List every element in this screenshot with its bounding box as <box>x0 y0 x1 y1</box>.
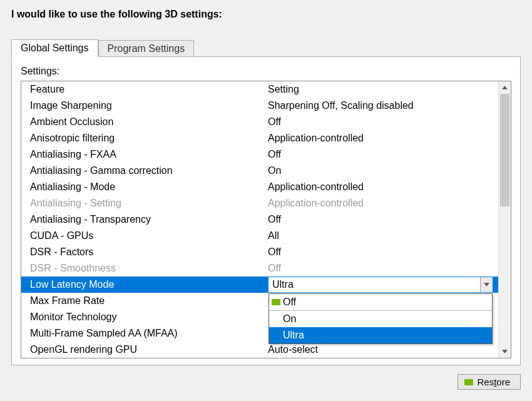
table-row[interactable]: Antialiasing - FXAAOff <box>21 146 498 163</box>
setting-cell: Application-controlled <box>268 130 493 146</box>
restore-button-label: Restore <box>477 377 510 387</box>
setting-dropdown-value: Ultra <box>269 277 480 292</box>
feature-cell: Antialiasing - Gamma correction <box>30 163 268 179</box>
settings-panel: Global Settings Program Settings Setting… <box>11 39 521 365</box>
tab-global-settings[interactable]: Global Settings <box>11 39 98 57</box>
feature-cell: Image Sharpening <box>30 98 268 114</box>
dropdown-option[interactable]: Off <box>269 294 492 311</box>
tab-strip: Global Settings Program Settings <box>11 39 521 56</box>
setting-cell: Off <box>268 146 493 163</box>
footer: Restore <box>0 365 532 390</box>
scrollbar[interactable] <box>498 81 511 358</box>
dropdown-option-label: Off <box>283 297 296 307</box>
feature-cell: Antialiasing - Mode <box>30 179 268 195</box>
feature-cell: OpenGL rendering GPU <box>30 342 268 358</box>
setting-cell: Off <box>268 114 493 130</box>
dropdown-toggle[interactable] <box>480 277 493 292</box>
setting-cell: Off <box>268 260 493 277</box>
column-header-setting[interactable]: Setting <box>268 81 493 98</box>
feature-cell: Antialiasing - FXAA <box>30 146 268 163</box>
feature-cell: CUDA - GPUs <box>30 228 268 244</box>
table-row[interactable]: Antialiasing - SettingApplication-contro… <box>21 195 498 211</box>
setting-cell: All <box>268 228 493 244</box>
dropdown-option-label: On <box>283 313 296 324</box>
feature-cell: Antialiasing - Transparency <box>30 211 268 228</box>
setting-cell: Off <box>268 244 493 260</box>
chevron-down-icon <box>484 283 489 287</box>
restore-button[interactable]: Restore <box>458 374 521 390</box>
feature-cell: Max Frame Rate <box>30 293 268 309</box>
setting-cell: Application-controlled <box>268 195 493 211</box>
table-row[interactable]: Antialiasing - ModeApplication-controlle… <box>21 179 498 195</box>
settings-table-area[interactable]: Feature Setting Image SharpeningSharpeni… <box>21 81 498 358</box>
setting-dropdown[interactable]: UltraOffOnUltra <box>268 277 493 293</box>
table-row[interactable]: Antialiasing - Gamma correctionOn <box>21 163 498 179</box>
chevron-up-icon <box>502 86 508 89</box>
chevron-down-icon <box>502 350 508 353</box>
table-row[interactable]: Anisotropic filteringApplication-control… <box>21 130 498 146</box>
scroll-thumb[interactable] <box>500 94 509 206</box>
scroll-down-button[interactable] <box>499 345 511 358</box>
tab-body: Settings: Feature Setting Image Sharpeni… <box>11 56 521 365</box>
setting-cell: On <box>268 163 493 179</box>
table-row[interactable]: Image SharpeningSharpening Off, Scaling … <box>21 98 498 114</box>
dropdown-option[interactable]: Ultra <box>269 327 492 343</box>
tab-program-settings[interactable]: Program Settings <box>98 40 195 57</box>
setting-cell: Application-controlled <box>268 179 493 195</box>
scroll-up-button[interactable] <box>499 81 511 94</box>
feature-cell: Ambient Occlusion <box>30 114 268 130</box>
feature-cell: Antialiasing - Setting <box>30 195 268 211</box>
table-header: Feature Setting <box>21 81 498 98</box>
dropdown-option[interactable]: On <box>269 311 492 327</box>
settings-label: Settings: <box>21 66 511 77</box>
column-header-feature[interactable]: Feature <box>30 81 268 98</box>
setting-cell[interactable]: UltraOffOnUltra <box>268 277 493 293</box>
setting-cell: Sharpening Off, Scaling disabled <box>268 98 493 114</box>
nvidia-icon <box>464 379 473 385</box>
feature-cell: Anisotropic filtering <box>30 130 268 146</box>
feature-cell: Low Latency Mode <box>30 277 268 293</box>
table-row[interactable]: DSR - SmoothnessOff <box>21 260 498 277</box>
table-row[interactable]: CUDA - GPUsAll <box>21 228 498 244</box>
table-row[interactable]: DSR - FactorsOff <box>21 244 498 260</box>
nvidia-icon <box>272 299 280 305</box>
feature-cell: DSR - Smoothness <box>30 260 268 277</box>
feature-cell: Multi-Frame Sampled AA (MFAA) <box>30 325 268 342</box>
table-row[interactable]: Ambient OcclusionOff <box>21 114 498 130</box>
feature-cell: Monitor Technology <box>30 309 268 325</box>
feature-cell: DSR - Factors <box>30 244 268 260</box>
page-heading: I would like to use the following 3D set… <box>0 0 532 20</box>
setting-cell: Off <box>268 211 493 228</box>
table-row[interactable]: Low Latency ModeUltraOffOnUltra <box>21 277 498 293</box>
scroll-track[interactable] <box>499 94 511 345</box>
table-row[interactable]: Antialiasing - TransparencyOff <box>21 211 498 228</box>
dropdown-option-label: Ultra <box>283 330 304 340</box>
settings-table: Feature Setting Image SharpeningSharpeni… <box>21 81 511 358</box>
dropdown-list[interactable]: OffOnUltra <box>269 293 493 344</box>
